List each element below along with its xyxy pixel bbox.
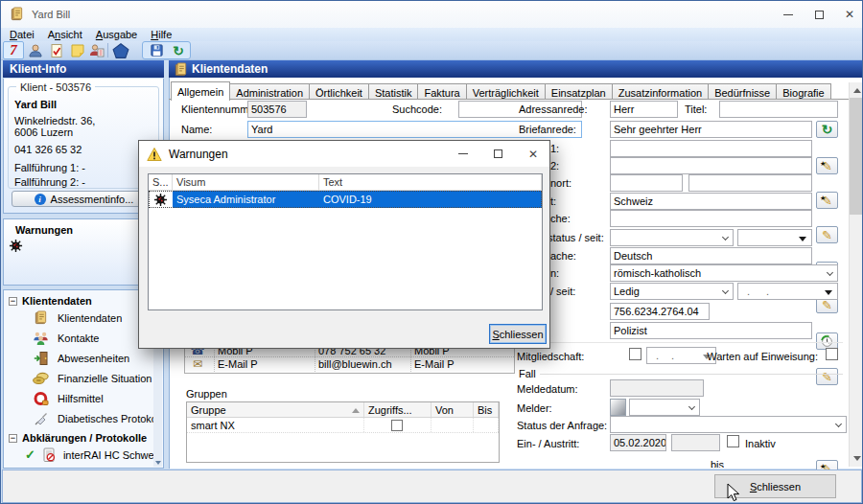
- status-seit-date-combo[interactable]: [737, 229, 812, 246]
- client-address-line1: Winkelriedstr. 36,: [14, 115, 95, 126]
- column-header-text[interactable]: Text: [319, 174, 542, 190]
- maximize-button[interactable]: [805, 1, 833, 28]
- tab-biografie[interactable]: Biografie: [776, 83, 830, 100]
- muttersprache-field[interactable]: Deutsch: [610, 247, 812, 264]
- menu-item-hilfe[interactable]: Hilfe: [145, 28, 179, 41]
- zusatz1-field[interactable]: [610, 140, 812, 157]
- tab-statistik[interactable]: Statistik: [368, 83, 419, 100]
- menu-item-ausgabe[interactable]: Ausgabe: [90, 28, 145, 41]
- person-toolbar-button[interactable]: [25, 41, 46, 59]
- tab-verträglichkeit[interactable]: Verträglichkeit: [466, 83, 546, 100]
- contact-row[interactable]: ✉E-Mail Pbill@bluewin.chE-Mail P: [185, 356, 514, 370]
- groups-table-body: smart NX: [187, 418, 499, 433]
- pentagon-toolbar-button[interactable]: [110, 41, 131, 59]
- tab-faktura[interactable]: Faktura: [417, 83, 466, 100]
- zivilstand-seit-date-combo[interactable]: . .: [737, 283, 838, 300]
- star-pencil-button-2[interactable]: ✎★: [816, 192, 838, 209]
- meldedatum-field[interactable]: [610, 379, 704, 397]
- tab-allgemein[interactable]: Allgemein: [171, 81, 230, 101]
- sprache-field[interactable]: [610, 210, 812, 227]
- dialog-maximize-button[interactable]: [480, 141, 515, 167]
- scroll-up-icon[interactable]: [853, 88, 861, 93]
- note-toolbar-button[interactable]: [67, 41, 88, 59]
- assessmentinfo-label: Assessmentinfo...: [51, 194, 134, 205]
- doc-red-icon: [41, 447, 58, 463]
- zusatz2-field[interactable]: [610, 157, 812, 174]
- tab-bedürfnisse[interactable]: Bedürfnisse: [708, 83, 777, 100]
- plz-field[interactable]: [610, 174, 683, 192]
- star-pencil-button-1[interactable]: ✎★: [816, 157, 838, 174]
- austritt-date-field[interactable]: [671, 434, 720, 451]
- column-header-zugriffs[interactable]: Zugriffs...: [364, 402, 432, 417]
- collapse-icon[interactable]: −: [9, 297, 17, 306]
- scroll-down-icon[interactable]: [853, 456, 861, 461]
- beruf-field[interactable]: Polizist: [610, 322, 812, 339]
- klientennummer-field[interactable]: 503576: [247, 101, 307, 118]
- tree-item-abwesenheiten[interactable]: Abwesenheiten: [33, 348, 163, 368]
- land-field[interactable]: Schweiz: [610, 193, 812, 210]
- konfession-combo[interactable]: römisch-katholisch: [610, 264, 838, 282]
- tab-zusatzinformation[interactable]: Zusatzinformation: [612, 83, 709, 100]
- tree-item-label: Diabetisches Protokoll: [58, 413, 162, 424]
- clipped-label-status-seit: status / seit:: [548, 232, 604, 243]
- zivilstand-combo[interactable]: Ledig: [610, 283, 734, 300]
- warten-auf-einweisung-checkbox[interactable]: [826, 348, 838, 360]
- pencil-button-4[interactable]: ✎: [816, 368, 838, 385]
- person-document-toolbar-button[interactable]: [86, 41, 107, 59]
- warning-row[interactable]: Syseca AdministratorCOVID-19: [149, 191, 542, 208]
- dialog-minimize-button[interactable]: [446, 141, 480, 167]
- tab-administration[interactable]: Administration: [229, 83, 310, 100]
- tree-item-interrai-hc-schweiz[interactable]: ✓interRAI HC Schweiz: [25, 445, 163, 465]
- tree-item-label: Finanzielle Situation: [58, 373, 152, 384]
- minimize-button[interactable]: [774, 1, 803, 28]
- menu-item-ansicht[interactable]: Ansicht: [42, 28, 90, 41]
- eintritt-date-field[interactable]: 05.02.2020: [610, 434, 666, 451]
- close-button[interactable]: ✕: [835, 1, 863, 28]
- ort-field[interactable]: [688, 174, 812, 192]
- adressanrede-field[interactable]: Herr: [610, 101, 678, 118]
- column-header-bis[interactable]: Bis: [474, 402, 499, 417]
- groups-table: GruppeZugriffs...VonBis smart NX: [186, 401, 500, 463]
- tab-einsatzplan[interactable]: Einsatzplan: [545, 83, 613, 100]
- flag-7-toolbar-button[interactable]: 7: [3, 41, 24, 59]
- column-header-gruppe[interactable]: Gruppe: [187, 402, 364, 417]
- scroll-down-icon[interactable]: [155, 461, 161, 465]
- dialog-schliessen-button[interactable]: Schliessen: [489, 324, 547, 344]
- status-anfrage-combo[interactable]: [610, 416, 847, 433]
- melder-combo[interactable]: [629, 399, 700, 416]
- refresh-briefanrede-button[interactable]: ↻: [816, 121, 838, 138]
- column-header-von[interactable]: Von: [432, 402, 474, 417]
- briefanrede-field[interactable]: Sehr geehrter Herr: [610, 121, 812, 138]
- form-scrollbar[interactable]: [849, 82, 863, 467]
- klientendaten-icon: [174, 62, 186, 76]
- group-row[interactable]: smart NX: [187, 418, 499, 433]
- pencil-button-1[interactable]: ✎: [816, 226, 838, 243]
- column-header-visum[interactable]: Visum: [173, 174, 319, 190]
- menu-item-datei[interactable]: Datei: [4, 28, 42, 41]
- contact-value: bill@bluewin.ch: [318, 358, 392, 370]
- virus-icon[interactable]: [9, 239, 23, 255]
- tree-group-header[interactable]: −Abklärungen / Protokolle: [9, 432, 163, 444]
- status-combo[interactable]: [610, 229, 734, 246]
- ahv-number-field[interactable]: 756.6234.2764.04: [610, 303, 710, 320]
- mitgliedschaft-checkbox[interactable]: [629, 348, 641, 360]
- tree-item-finanzielle-situation[interactable]: Finanzielle Situation: [33, 368, 163, 388]
- column-header-status[interactable]: S...: [149, 174, 173, 190]
- refresh-toolbar-button[interactable]: ↻: [168, 41, 189, 59]
- maximize-icon: [494, 149, 502, 158]
- save-toolbar-button[interactable]: [146, 41, 167, 59]
- melder-picker-button[interactable]: [610, 399, 626, 416]
- dialog-close-button[interactable]: ✕: [515, 141, 551, 167]
- inaktiv-checkbox[interactable]: [727, 435, 739, 447]
- titel-field[interactable]: [719, 101, 838, 118]
- document-check-toolbar-button[interactable]: [46, 41, 67, 59]
- tree-item-diabetisches-protokoll[interactable]: Diabetisches Protokoll: [33, 408, 163, 428]
- tab-örtlichkeit[interactable]: Örtlichkeit: [309, 83, 369, 100]
- zugriff-checkbox[interactable]: [391, 420, 403, 431]
- clipped-label-wohnort: nort:: [550, 177, 571, 189]
- assessmentinfo-button[interactable]: i Assessmentinfo...: [12, 191, 156, 207]
- tree-item-hilfsmittel[interactable]: Hilfsmittel: [33, 388, 163, 408]
- mitgliedschaft-date-combo[interactable]: . .: [646, 347, 716, 364]
- collapse-icon[interactable]: −: [9, 434, 17, 443]
- form-scrollbar-thumb[interactable]: [850, 98, 863, 215]
